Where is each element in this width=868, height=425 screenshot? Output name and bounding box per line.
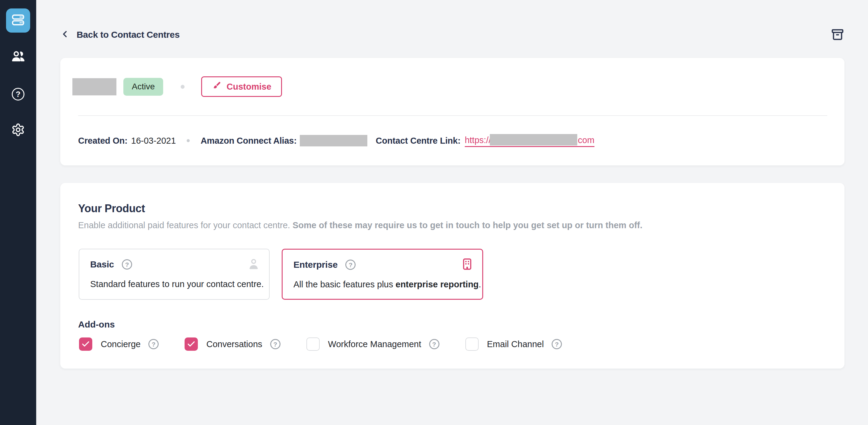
overview-title-row: Active Customise — [72, 76, 826, 97]
person-icon — [247, 257, 260, 272]
contact-centre-link[interactable]: https:// .com — [465, 135, 594, 147]
email-channel-checkbox[interactable] — [465, 337, 478, 351]
your-product-subtitle: Enable additional paid features for your… — [78, 220, 642, 230]
link-suffix: .com — [576, 135, 594, 145]
link-redacted — [490, 134, 577, 145]
subtitle-regular: Enable additional paid features for your… — [78, 220, 292, 230]
your-product-title: Your Product — [78, 202, 145, 215]
plan-basic-name: Basic — [90, 259, 114, 270]
question-help-icon[interactable]: ? — [148, 339, 159, 349]
back-link-label: Back to Contact Centres — [76, 30, 180, 40]
archive-box-icon — [831, 27, 844, 42]
alias-value-redacted — [300, 135, 367, 146]
question-help-icon[interactable]: ? — [270, 339, 280, 349]
chevron-left-icon — [60, 29, 70, 40]
question-help-icon[interactable]: ? — [345, 260, 355, 270]
plan-card-basic[interactable]: Basic ? Standard features to run your co… — [79, 249, 270, 300]
contact-centre-overview-card: Active Customise Created On: 16-03-2021 … — [60, 58, 844, 165]
overview-info-row: Created On: 16-03-2021 Amazon Connect Al… — [78, 134, 826, 148]
check-icon — [187, 340, 196, 349]
addon-conversations: Conversations ? — [185, 337, 280, 351]
addon-concierge: Concierge ? — [79, 337, 159, 351]
users-icon — [10, 49, 26, 65]
addons-row: Concierge ? Conversations ? Workforce Ma… — [79, 337, 562, 351]
sidebar: ? — [0, 0, 36, 425]
contact-centre-link-label: Contact Centre Link: — [376, 136, 461, 146]
plan-enterprise-name: Enterprise — [293, 260, 338, 270]
page-header: Back to Contact Centres — [60, 28, 845, 41]
concierge-checkbox[interactable] — [79, 337, 92, 351]
app-root: ? Back to Contact Centres — [0, 0, 868, 425]
conversations-label: Conversations — [206, 339, 262, 349]
status-badge: Active — [123, 78, 163, 96]
plan-options: Basic ? Standard features to run your co… — [79, 249, 483, 300]
email-channel-label: Email Channel — [487, 339, 544, 349]
subtitle-bold: Some of these may require us to get in t… — [292, 220, 642, 230]
link-prefix: https:// — [465, 135, 491, 145]
building-icon — [461, 257, 474, 272]
help-icon: ? — [12, 88, 25, 101]
archive-button[interactable] — [830, 27, 845, 42]
question-help-icon[interactable]: ? — [429, 339, 439, 349]
dot-separator — [187, 139, 190, 142]
app-logo[interactable] — [6, 8, 30, 33]
paintbrush-icon — [212, 81, 221, 93]
plan-card-enterprise[interactable]: Enterprise ? All the basic features plus… — [282, 249, 483, 300]
addon-email-channel: Email Channel ? — [465, 337, 562, 351]
dot-separator — [181, 85, 185, 89]
plan-enterprise-description: All the basic features plus enterprise r… — [293, 280, 481, 289]
workforce-management-checkbox[interactable] — [306, 337, 320, 351]
addons-title: Add-ons — [78, 319, 115, 330]
concierge-label: Concierge — [101, 339, 141, 349]
plan-basic-title-row: Basic ? — [90, 259, 132, 270]
created-on-value: 16-03-2021 — [131, 136, 176, 146]
plan-enterprise-title-row: Enterprise ? — [293, 260, 355, 270]
check-icon — [81, 340, 90, 349]
settings-gear-icon — [11, 123, 25, 138]
workforce-management-label: Workforce Management — [328, 339, 421, 349]
back-to-contact-centres-link[interactable]: Back to Contact Centres — [60, 29, 180, 40]
plan-basic-description: Standard features to run your contact ce… — [90, 279, 264, 289]
sidebar-item-help[interactable]: ? — [0, 88, 36, 101]
customise-button[interactable]: Customise — [201, 76, 282, 97]
question-help-icon[interactable]: ? — [122, 259, 132, 270]
amazon-connect-alias-label: Amazon Connect Alias: — [200, 136, 297, 146]
created-on-label: Created On: — [78, 136, 128, 146]
question-help-icon[interactable]: ? — [552, 339, 562, 349]
desc-prefix: All the basic features plus — [293, 280, 396, 289]
conversations-checkbox[interactable] — [185, 337, 198, 351]
sidebar-item-settings[interactable] — [0, 123, 36, 138]
addon-workforce-management: Workforce Management ? — [306, 337, 439, 351]
server-stack-icon — [10, 12, 26, 29]
your-product-card: Your Product Enable additional paid feat… — [60, 183, 844, 369]
contact-centre-name-redacted — [72, 78, 116, 95]
overview-divider — [78, 115, 827, 116]
desc-bold: enterprise reporting — [396, 280, 479, 289]
desc-suffix: . — [478, 280, 481, 289]
sidebar-item-users[interactable] — [0, 49, 36, 65]
customise-button-label: Customise — [226, 82, 271, 92]
